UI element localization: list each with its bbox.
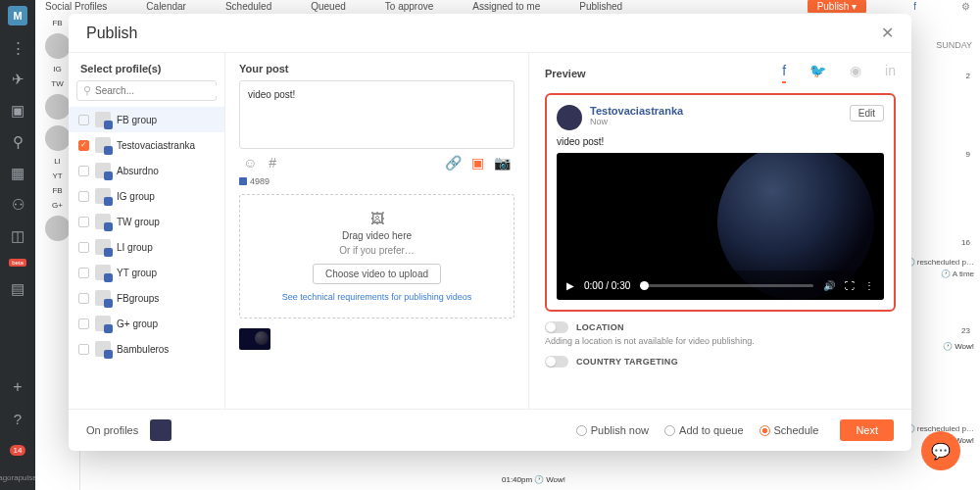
profile-item[interactable]: TW group [69, 209, 224, 234]
video-thumbnail[interactable] [239, 328, 270, 350]
rail-avatar[interactable] [45, 216, 71, 241]
tab-twitter-icon[interactable]: 🐦 [809, 63, 826, 83]
inbox-icon[interactable]: ▣ [9, 102, 26, 120]
checkbox[interactable] [78, 166, 89, 176]
gear-icon[interactable]: ⚙ [961, 1, 970, 12]
selected-profile-avatar[interactable] [150, 419, 172, 441]
facebook-icon[interactable]: f [913, 1, 916, 12]
publish-option[interactable]: Add to queue [664, 424, 743, 437]
profile-avatar [95, 265, 111, 280]
checkbox[interactable] [78, 268, 89, 278]
profile-avatar [95, 316, 111, 331]
rail-avatar[interactable] [45, 125, 71, 151]
profile-item[interactable]: Testovaciastranka [69, 132, 224, 158]
radio[interactable] [760, 425, 770, 436]
rail-avatar[interactable] [45, 33, 71, 59]
profile-item[interactable]: FB group [69, 107, 224, 132]
rail-avatar[interactable] [45, 94, 71, 120]
next-button[interactable]: Next [840, 419, 894, 441]
calendar-icon[interactable]: ▦ [9, 165, 26, 182]
checkbox[interactable] [78, 293, 89, 304]
video-player[interactable]: ▶ 0:00 / 0:30 🔊 ⛶ ⋮ [557, 153, 884, 300]
checkbox[interactable] [78, 318, 89, 329]
profile-search[interactable]: ⚲ [76, 80, 217, 101]
post-textarea[interactable]: video post! [239, 80, 514, 149]
checkbox[interactable] [78, 140, 89, 151]
profile-avatar [95, 137, 111, 153]
checkbox[interactable] [78, 115, 89, 125]
location-toggle[interactable] [545, 321, 568, 333]
profile-avatar [95, 214, 111, 229]
tab-approve[interactable]: To approve [385, 1, 433, 12]
feature-icon[interactable]: ▤ [9, 280, 26, 298]
user-avatar[interactable]: M [8, 6, 27, 25]
video-upload-zone[interactable]: 🖼 Drag video here Or if you prefer… Choo… [239, 194, 514, 318]
profile-item[interactable]: LI group [69, 234, 224, 260]
tab-queued[interactable]: Queued [311, 1, 346, 12]
tab-scheduled[interactable]: Scheduled [225, 1, 271, 12]
checkbox[interactable] [78, 344, 89, 355]
dots-icon[interactable]: ⋮ [9, 39, 26, 57]
rail-fb2[interactable]: FB [52, 186, 62, 195]
targeting-label: COUNTRY TARGETING [576, 357, 678, 367]
rail-tw[interactable]: TW [51, 79, 63, 88]
targeting-toggle[interactable] [545, 356, 568, 368]
profile-item[interactable]: YT group [69, 260, 224, 285]
checkbox[interactable] [78, 242, 89, 253]
tab-published[interactable]: Published [579, 1, 622, 12]
camera-icon[interactable]: 📷 [494, 155, 511, 171]
rail-ig[interactable]: IG [53, 65, 61, 74]
radio[interactable] [664, 425, 675, 436]
edit-preview-button[interactable]: Edit [850, 105, 884, 122]
close-icon[interactable]: ✕ [881, 24, 894, 42]
tab-facebook-icon[interactable]: f [782, 63, 786, 83]
page-name[interactable]: Testovaciastranka [590, 105, 683, 117]
seek-bar[interactable] [640, 284, 813, 287]
hashtag-icon[interactable]: # [269, 155, 276, 171]
search-icon[interactable]: ⚲ [9, 133, 26, 151]
intercom-chat-button[interactable]: 💬 [921, 431, 960, 470]
users-icon[interactable]: ⚇ [9, 196, 26, 214]
preview-heading: Preview [545, 68, 586, 79]
publish-option[interactable]: Schedule [760, 424, 819, 437]
volume-icon[interactable]: 🔊 [823, 280, 835, 291]
rail-yt[interactable]: YT [52, 172, 62, 180]
rail-li[interactable]: LI [54, 157, 61, 166]
profile-item[interactable]: Absurdno [69, 158, 224, 183]
character-count: 4989 [239, 176, 514, 186]
rail-gplus[interactable]: G+ [52, 201, 63, 210]
rail-fb[interactable]: FB [52, 19, 62, 27]
notif-badge[interactable]: 14 [10, 445, 26, 456]
tech-requirements-link[interactable]: See technical requirements for publishin… [282, 292, 472, 302]
or-label: Or if you prefer… [339, 245, 415, 256]
profile-name: YT group [117, 268, 157, 278]
fullscreen-icon[interactable]: ⛶ [845, 280, 855, 291]
profile-item[interactable]: IG group [69, 183, 224, 209]
help-icon[interactable]: ? [9, 410, 26, 427]
play-icon[interactable]: ▶ [566, 280, 574, 291]
emoji-icon[interactable]: ☺ [243, 155, 257, 171]
reports-icon[interactable]: ◫ [9, 227, 26, 245]
profile-item[interactable]: FBgroups [69, 285, 224, 311]
tab-linkedin-icon[interactable]: in [885, 63, 896, 83]
search-input[interactable] [95, 85, 220, 96]
publish-button[interactable]: Publish ▾ [808, 0, 867, 14]
link-icon[interactable]: 🔗 [445, 155, 462, 171]
checkbox[interactable] [78, 191, 89, 202]
network-badge-icon [104, 350, 113, 359]
send-icon[interactable]: ✈ [9, 71, 26, 88]
tab-calendar[interactable]: Calendar [146, 1, 186, 12]
tab-instagram-icon[interactable]: ◉ [850, 63, 861, 83]
profile-item[interactable]: G+ group [69, 311, 224, 336]
modal-header: Publish ✕ [69, 14, 911, 53]
media-icon[interactable]: ▣ [471, 155, 484, 171]
publish-option[interactable]: Publish now [576, 424, 649, 437]
choose-video-button[interactable]: Choose video to upload [313, 264, 441, 284]
profile-name: LI group [117, 242, 153, 253]
radio[interactable] [576, 425, 587, 436]
tab-assigned[interactable]: Assigned to me [472, 1, 540, 12]
checkbox[interactable] [78, 217, 89, 227]
more-icon[interactable]: ⋮ [864, 280, 874, 291]
profile-item[interactable]: Bambuleros [69, 336, 224, 362]
add-icon[interactable]: + [13, 378, 22, 396]
